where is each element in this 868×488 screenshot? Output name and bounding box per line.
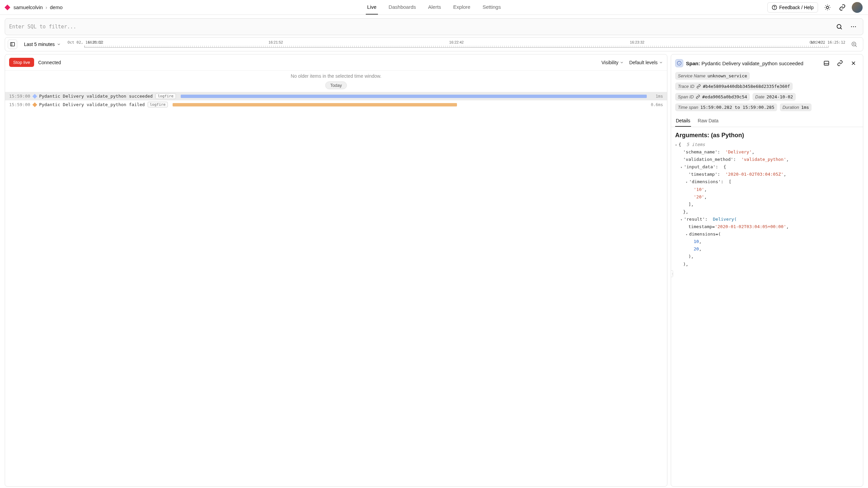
- tick-label: 16:21:52: [269, 40, 283, 44]
- meta-service: Service Nameunknown_service: [675, 72, 750, 80]
- span-detail-panel: ⋮⋮ Span: Pydantic Delivery validate_pyth…: [671, 54, 863, 487]
- help-circle-icon: [772, 5, 777, 10]
- trace-row[interactable]: 15:59:00 Pydantic Delivery validate_pyth…: [5, 92, 667, 100]
- timeline-end-label: Oct 02, 16:25:12: [810, 40, 845, 45]
- top-nav: samuelcolvin › demo Live Dashboards Aler…: [0, 0, 868, 15]
- trace-duration: 1ms: [649, 94, 663, 99]
- visibility-dropdown[interactable]: Visibility: [602, 60, 624, 65]
- share-link-button[interactable]: [837, 2, 848, 13]
- timeline-bar: Last 5 minutes Oct 02, 16:20:12 16:21:02…: [5, 37, 863, 51]
- meta-timespan: Time span15:59:00.282 to 15:59:00.285: [675, 103, 777, 111]
- arguments-heading: Arguments: (as Python): [675, 132, 859, 139]
- dots-horizontal-icon: [850, 23, 857, 30]
- nav-tabs: Live Dashboards Alerts Explore Settings: [366, 0, 502, 15]
- connection-status: Connected: [38, 60, 61, 65]
- info-icon: [675, 59, 683, 67]
- zoom-in-button[interactable]: [849, 40, 859, 49]
- meta-span-id[interactable]: Span ID#eda9065a0bd39c54: [675, 93, 750, 101]
- link-icon: [696, 95, 700, 99]
- feedback-help-button[interactable]: Feedback / Help: [767, 2, 818, 13]
- timeline-visualization[interactable]: Oct 02, 16:20:12 16:21:02 16:21:52 16:22…: [68, 40, 845, 48]
- time-range-label: Last 5 minutes: [24, 42, 55, 47]
- trace-timestamp: 15:59:00: [9, 94, 30, 99]
- trace-message: Pydantic Delivery validate_python failed: [39, 102, 145, 107]
- link-icon: [696, 84, 701, 89]
- span-meta: Service Nameunknown_service Trace ID#b4e…: [671, 72, 863, 114]
- svg-point-2: [826, 6, 829, 8]
- copy-link-button[interactable]: [835, 58, 845, 69]
- tab-alerts[interactable]: Alerts: [427, 0, 442, 15]
- link-icon: [839, 4, 846, 11]
- sql-filter-input[interactable]: [9, 24, 834, 30]
- breadcrumb-project[interactable]: demo: [50, 4, 63, 10]
- panel-left-icon: [10, 42, 15, 47]
- layout-button[interactable]: [821, 58, 832, 69]
- trace-message: Pydantic Delivery validate_python succee…: [39, 94, 153, 99]
- trace-duration-bar: [181, 95, 647, 98]
- tab-explore[interactable]: Explore: [452, 0, 472, 15]
- theme-toggle-button[interactable]: [822, 2, 833, 13]
- zoom-in-icon: [851, 41, 858, 48]
- tab-live[interactable]: Live: [366, 0, 378, 15]
- svg-point-3: [837, 24, 841, 28]
- breadcrumb-org[interactable]: samuelcolvin: [14, 4, 43, 10]
- trace-source-badge: logfire: [148, 102, 168, 107]
- arguments-tree[interactable]: ▾{ 5 items 'schema_name': 'Delivery', 'v…: [675, 141, 859, 268]
- trace-list-header: Stop live Connected Visibility Default l…: [5, 54, 667, 71]
- trace-timestamp: 15:59:00: [9, 102, 30, 107]
- avatar[interactable]: [852, 2, 863, 13]
- tick-label: 16:21:02: [88, 40, 102, 44]
- panel-bottom-icon: [823, 60, 829, 66]
- no-older-message: No older items in the selected time wind…: [5, 71, 667, 80]
- search-button[interactable]: [834, 21, 845, 32]
- levels-label: Default levels: [629, 60, 658, 65]
- trace-status-icon: [32, 102, 37, 107]
- trace-duration: 0.6ms: [649, 102, 663, 107]
- panel-toggle-button[interactable]: [8, 40, 17, 49]
- detail-tabs: Details Raw Data: [671, 114, 863, 127]
- levels-dropdown[interactable]: Default levels: [629, 60, 663, 65]
- close-panel-button[interactable]: [848, 58, 859, 69]
- timeline-ticks: 16:21:02 16:21:52 16:22:42 16:23:32 16:2…: [88, 40, 825, 44]
- arguments-section: Arguments: (as Python) ▾{ 5 items 'schem…: [671, 127, 863, 486]
- stop-live-button[interactable]: Stop live: [9, 58, 34, 67]
- trace-source-badge: logfire: [155, 93, 176, 99]
- timeline-track: [84, 46, 828, 48]
- meta-trace-id[interactable]: Trace ID#b4e5809a440dbb3458e68d2335fe360…: [675, 82, 793, 90]
- timeline-row: Last 5 minutes Oct 02, 16:20:12 16:21:02…: [0, 37, 868, 54]
- span-title: Span: Pydantic Delivery validate_python …: [686, 60, 803, 66]
- span-header: Span: Pydantic Delivery validate_python …: [671, 54, 863, 72]
- chevron-down-icon: [620, 60, 624, 65]
- breadcrumb: samuelcolvin › demo: [5, 4, 62, 10]
- visibility-label: Visibility: [602, 60, 618, 65]
- tab-settings[interactable]: Settings: [481, 0, 502, 15]
- tick-label: 16:23:32: [630, 40, 644, 44]
- search-row: [0, 15, 868, 37]
- tab-details[interactable]: Details: [675, 116, 691, 127]
- svg-point-4: [851, 26, 852, 27]
- trace-status-icon: [32, 94, 37, 98]
- sql-filter-bar: [5, 18, 863, 35]
- trace-row[interactable]: 15:59:00 Pydantic Delivery validate_pyth…: [5, 100, 667, 109]
- logo-icon: [5, 4, 10, 10]
- trace-duration-bar: [173, 103, 457, 106]
- span-title-prefix: Span:: [686, 60, 700, 66]
- chevron-down-icon: [57, 42, 61, 46]
- more-options-button[interactable]: [848, 21, 859, 32]
- sun-icon: [824, 4, 831, 11]
- svg-rect-7: [10, 43, 15, 46]
- link-icon: [837, 60, 843, 66]
- today-pill: Today: [325, 81, 347, 89]
- tab-dashboards[interactable]: Dashboards: [387, 0, 417, 15]
- time-range-selector[interactable]: Last 5 minutes: [21, 40, 63, 48]
- close-icon: [850, 60, 857, 66]
- chevron-down-icon: [659, 60, 663, 65]
- meta-date: Date2024-10-02: [752, 93, 796, 101]
- panel-resize-handle[interactable]: ⋮⋮: [671, 270, 673, 277]
- main-layout: Stop live Connected Visibility Default l…: [0, 54, 868, 488]
- nav-right: Feedback / Help: [767, 2, 863, 13]
- meta-duration: Duration1ms: [780, 103, 812, 111]
- svg-point-5: [853, 26, 854, 27]
- tab-raw-data[interactable]: Raw Data: [697, 116, 719, 127]
- trace-list-panel: Stop live Connected Visibility Default l…: [5, 54, 667, 487]
